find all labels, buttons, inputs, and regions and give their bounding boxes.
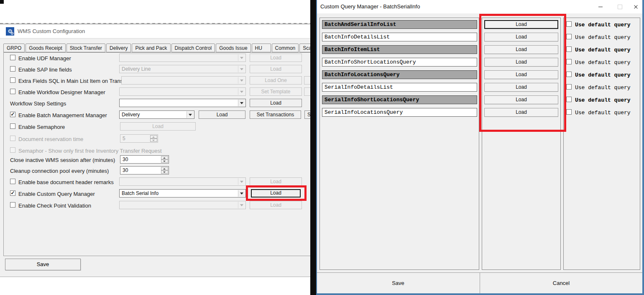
query-row-batchinfoitemlist[interactable]: BatchInfoItemList bbox=[322, 45, 477, 54]
close-inactive-session-spinner[interactable]: 30 bbox=[120, 155, 169, 164]
use-default-label-5: Use default query bbox=[575, 72, 631, 78]
left-window-titlebar: ⚙⚙ WMS Custom Configuration bbox=[0, 24, 310, 38]
use-default-checkbox-3[interactable] bbox=[566, 46, 572, 52]
enable-semaphore-checkbox[interactable] bbox=[10, 123, 15, 129]
use-default-label-8: Use default query bbox=[575, 110, 631, 116]
chevron-down-icon[interactable] bbox=[187, 111, 194, 118]
document-reservation-spinner: 5 bbox=[120, 134, 158, 143]
use-default-checkbox-6[interactable] bbox=[566, 84, 572, 90]
clipped-set-button[interactable]: Se bbox=[304, 110, 310, 119]
enable-checkpoint-checkbox[interactable] bbox=[10, 202, 15, 208]
load-button-5[interactable]: Load bbox=[484, 70, 558, 79]
batch-management-load-button[interactable]: Load bbox=[199, 110, 245, 119]
sap-line-load-button: Load bbox=[250, 65, 302, 73]
load-button-3[interactable]: Load bbox=[484, 45, 558, 54]
query-row-batchinfoshortlocationsquery[interactable]: BatchInfoShortLocationsQuery bbox=[322, 58, 477, 67]
minimize-icon bbox=[598, 7, 603, 7]
use-default-label-4: Use default query bbox=[575, 59, 631, 66]
tab-common[interactable]: Common bbox=[272, 44, 299, 52]
enable-batch-management-checkbox[interactable] bbox=[10, 112, 15, 117]
chevron-down-icon[interactable] bbox=[238, 100, 245, 106]
dialog-cancel-button[interactable]: Cancel bbox=[480, 273, 642, 293]
document-reservation-checkbox bbox=[10, 136, 15, 141]
semaphore-load-button: Load bbox=[120, 122, 196, 131]
chevron-down-icon bbox=[238, 66, 245, 72]
enable-sap-line-fields-checkbox[interactable] bbox=[10, 66, 15, 72]
load-button-7[interactable]: Load bbox=[484, 95, 558, 104]
load-buttons-panel bbox=[482, 18, 561, 270]
query-row-batchinfodetailslist[interactable]: BatchInfoDetailsList bbox=[322, 33, 477, 41]
chevron-down-icon[interactable] bbox=[238, 190, 245, 197]
dialog-titlebar: Custom Query Manager - BatchSerialInfo bbox=[317, 0, 642, 13]
use-default-checkbox-4[interactable] bbox=[566, 59, 572, 64]
query-row-serialinfoshortlocationsquery[interactable]: SerialInfoShortLocationsQuery bbox=[322, 95, 477, 104]
tab-dispatch-control[interactable]: Dispatch Control bbox=[171, 44, 215, 52]
tab-stock-transfer[interactable]: Stock Transfer bbox=[66, 44, 105, 52]
tab-hu[interactable]: HU bbox=[252, 44, 271, 52]
extra-fields-sql-combo bbox=[121, 76, 246, 85]
workflow-step-combo[interactable] bbox=[119, 99, 246, 107]
wms-custom-configuration-window: ⚙⚙ WMS Custom Configuration GRPOGoods Re… bbox=[0, 24, 310, 277]
tab-pick-and-pack[interactable]: Pick and Pack bbox=[132, 44, 170, 52]
query-row-batchandserialinfolist[interactable]: BatchAndSerialInfoList bbox=[322, 20, 477, 29]
spinner-arrows-icon[interactable] bbox=[161, 167, 168, 174]
extra-fields-sql-checkbox[interactable] bbox=[10, 77, 15, 83]
dialog-save-button[interactable]: Save bbox=[317, 273, 479, 293]
config-tab-strip: GRPOGoods ReceiptStock TransferDeliveryP… bbox=[3, 44, 310, 53]
use-default-checkbox-5[interactable] bbox=[566, 72, 572, 77]
use-default-checkbox-8[interactable] bbox=[566, 109, 572, 115]
tab-grpo[interactable]: GRPO bbox=[3, 44, 25, 52]
cleanup-pool-value: 30 bbox=[123, 167, 128, 173]
base-doc-remarks-load-button: Load bbox=[250, 177, 302, 186]
enable-workflow-designer-checkbox[interactable] bbox=[10, 89, 15, 94]
chevron-down-icon bbox=[238, 178, 245, 185]
use-default-label-3: Use default query bbox=[575, 47, 631, 53]
use-default-label-7: Use default query bbox=[575, 97, 631, 103]
chevron-down-icon bbox=[238, 54, 245, 61]
workflow-step-load-button[interactable]: Load bbox=[250, 99, 302, 107]
load-button-8[interactable]: Load bbox=[484, 108, 558, 117]
enable-custom-query-checkbox[interactable] bbox=[10, 190, 15, 196]
spinner-arrows-icon bbox=[150, 135, 157, 142]
custom-query-combo-value: Batch Serial Info bbox=[122, 190, 158, 196]
load-button-2[interactable]: Load bbox=[484, 33, 558, 41]
enable-base-doc-remarks-checkbox[interactable] bbox=[10, 179, 15, 184]
spinner-arrows-icon[interactable] bbox=[161, 156, 168, 163]
minimize-button[interactable] bbox=[591, 0, 610, 13]
use-default-checkbox-2[interactable] bbox=[566, 34, 572, 39]
set-transactions-button[interactable]: Set Transactions bbox=[250, 110, 301, 119]
enable-custom-query-label: Enable Custom Query Manager bbox=[18, 191, 95, 197]
custom-query-manager-dialog: Custom Query Manager - BatchSerialInfo B… bbox=[316, 0, 644, 295]
query-row-serialinfodetailslist[interactable]: SerialInfoDetailsList bbox=[322, 83, 477, 92]
extra-fields-load-one-button: Load One bbox=[250, 76, 302, 85]
use-default-checkbox-1[interactable] bbox=[566, 21, 572, 27]
load-button-4[interactable]: Load bbox=[484, 58, 558, 67]
close-icon bbox=[634, 5, 638, 9]
load-button-1[interactable]: Load bbox=[484, 20, 558, 29]
tab-goods-issue[interactable]: Goods Issue bbox=[216, 44, 250, 52]
close-button[interactable] bbox=[629, 0, 642, 13]
enable-udf-manager-checkbox[interactable] bbox=[10, 55, 15, 60]
query-row-serialinfolocationsquery[interactable]: SerialInfoLocationsQuery bbox=[322, 108, 477, 117]
query-row-batchinfolocationsquery[interactable]: BatchInfoLocationsQuery bbox=[322, 70, 477, 79]
document-reservation-value: 5 bbox=[123, 136, 125, 141]
custom-query-load-button[interactable]: Load bbox=[251, 189, 301, 198]
close-inactive-session-value: 30 bbox=[123, 156, 128, 162]
use-default-panel bbox=[563, 18, 640, 270]
tab-goods-receipt[interactable]: Goods Receipt bbox=[26, 44, 65, 52]
cleanup-pool-spinner[interactable]: 30 bbox=[120, 166, 169, 174]
use-default-checkbox-7[interactable] bbox=[566, 97, 572, 102]
batch-management-combo[interactable]: Delivery bbox=[119, 110, 194, 119]
wms-save-button[interactable]: Save bbox=[5, 259, 81, 270]
semaphor-show-only-label: Semaphor - Show only first free Inventor… bbox=[18, 148, 162, 154]
tab-delivery[interactable]: Delivery bbox=[106, 44, 131, 52]
base-doc-remarks-combo bbox=[119, 177, 246, 186]
extra-fields-sql-label: Extra Fields SQL in Main List Item on Tr… bbox=[18, 78, 138, 84]
use-default-label-1: Use default query bbox=[575, 22, 631, 28]
semaphor-show-only-checkbox bbox=[10, 147, 15, 153]
enable-workflow-designer-label: Enable Workflow Designer Manager bbox=[18, 89, 105, 95]
load-button-6[interactable]: Load bbox=[484, 83, 558, 92]
custom-query-combo[interactable]: Batch Serial Info bbox=[119, 189, 246, 198]
tab-scanning-general[interactable]: Scanning: general bbox=[299, 44, 310, 52]
sap-line-fields-combo: Delivery Line bbox=[119, 65, 246, 73]
